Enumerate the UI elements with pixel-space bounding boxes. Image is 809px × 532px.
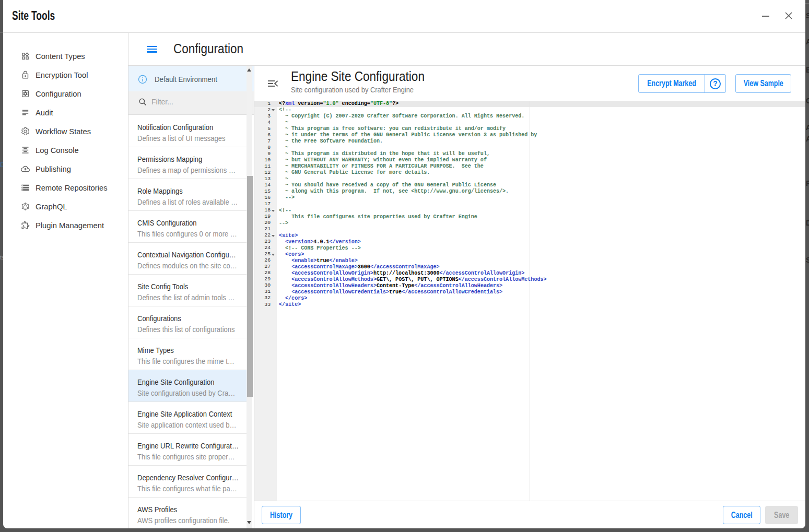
svg-text:?: ? <box>713 79 717 88</box>
